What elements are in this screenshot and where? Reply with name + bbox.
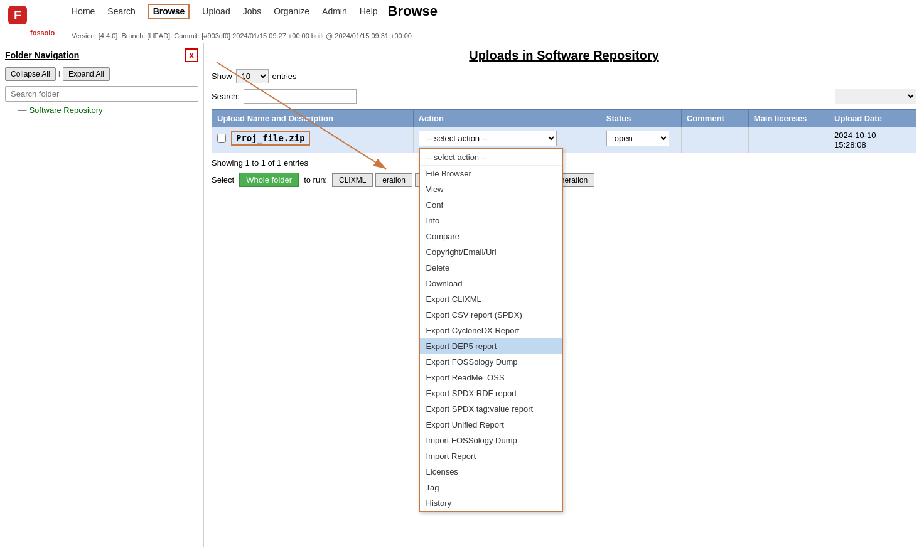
dropdown-item-licenses[interactable]: Licenses: [420, 464, 562, 480]
fossology-logo: F fossology: [5, 3, 55, 40]
dropdown-item-info[interactable]: Info: [420, 213, 562, 229]
action-dropdown-wrapper: -- select action -- -- select action -- …: [419, 131, 596, 146]
content-area: Uploads in Software Repository Show 10 2…: [204, 43, 924, 547]
dropdown-item-compare[interactable]: Compare: [420, 229, 562, 244]
dropdown-item-view[interactable]: View: [420, 181, 562, 197]
entries-label: entries: [272, 72, 297, 81]
collapse-all-button[interactable]: Collapse All: [5, 67, 56, 81]
main-layout: Folder Navigation X Collapse All I Expan…: [0, 43, 924, 547]
select-label: Select: [212, 175, 234, 185]
expand-all-button[interactable]: Expand All: [63, 67, 110, 81]
sidebar-buttons: Collapse All I Expand All: [5, 67, 198, 81]
dropdown-item-export-dep5[interactable]: Export DEP5 report: [420, 338, 562, 354]
action-dropdown-menu[interactable]: -- select action -- File Browser View Co…: [419, 148, 563, 512]
dropdown-item-export-spdx-rdf[interactable]: Export SPDX RDF report: [420, 385, 562, 401]
dropdown-item-import-fossology[interactable]: Import FOSSology Dump: [420, 433, 562, 448]
col-licenses: Main licenses: [748, 110, 829, 127]
dropdown-item-export-unified[interactable]: Export Unified Report: [420, 417, 562, 433]
nav-home[interactable]: Home: [72, 6, 95, 16]
run-eration-btn[interactable]: eration: [375, 173, 412, 187]
entries-select[interactable]: 10 25 50 100: [236, 69, 269, 83]
version-info: Version: [4.4.0]. Branch: [HEAD]. Commit…: [72, 32, 412, 40]
dropdown-item-history[interactable]: History: [420, 495, 562, 511]
dropdown-item-import-report[interactable]: Import Report: [420, 448, 562, 464]
search-label: Search:: [212, 92, 240, 101]
dropdown-item-copyright[interactable]: Copyright/Email/Url: [420, 244, 562, 260]
folder-nav-title: Folder Navigation: [5, 50, 79, 60]
licenses-cell: [748, 127, 829, 153]
status-cell: open: [601, 127, 681, 153]
dropdown-item-conf[interactable]: Conf: [420, 197, 562, 213]
dropdown-item-export-readme[interactable]: Export ReadMe_OSS: [420, 370, 562, 385]
showing-entries-text: Showing 1 to 1 of 1 entries: [212, 158, 916, 168]
search-row: Search:: [212, 89, 916, 104]
show-entries-row: Show 10 25 50 100 entries: [212, 69, 916, 83]
col-upload-name: Upload Name and Description: [212, 110, 414, 127]
select-row: Select Whole folder to run: CLIXML erati…: [212, 173, 916, 187]
dropdown-item-export-cyclone[interactable]: Export CycloneDX Report: [420, 323, 562, 338]
dropdown-header-item: -- select action --: [420, 149, 562, 166]
col-date: Upload Date: [829, 110, 916, 127]
dropdown-item-delete[interactable]: Delete: [420, 260, 562, 276]
nav-search[interactable]: Search: [107, 6, 135, 16]
search-input[interactable]: [244, 89, 357, 104]
browse-title-area: Home Search Browse Upload Jobs Organize …: [72, 3, 438, 19]
content-title: Uploads in Software Repository: [212, 48, 916, 63]
nav-help[interactable]: Help: [360, 6, 378, 16]
close-button[interactable]: X: [185, 48, 198, 62]
upload-name-cell: Proj_file.zip: [212, 127, 414, 153]
table-header-row: Upload Name and Description Action Statu…: [212, 110, 916, 127]
dropdown-item-export-clixml[interactable]: Export CLIXML: [420, 291, 562, 307]
logo-area: F fossology: [5, 3, 55, 40]
upload-checkbox[interactable]: [217, 134, 226, 143]
to-run-label: to run:: [304, 175, 327, 185]
col-comment: Comment: [681, 110, 748, 127]
svg-text:fossology: fossology: [30, 29, 55, 36]
run-clixml-btn[interactable]: CLIXML: [332, 173, 373, 187]
comment-cell: [681, 127, 748, 153]
sidebar-separator: I: [58, 70, 60, 78]
whole-folder-button[interactable]: Whole folder: [239, 173, 299, 187]
nav-links: Home Search Browse Upload Jobs Organize …: [72, 3, 438, 40]
nav-upload[interactable]: Upload: [202, 6, 230, 16]
nav-organize[interactable]: Organize: [274, 6, 309, 16]
dropdown-item-export-fossology[interactable]: Export FOSSology Dump: [420, 354, 562, 370]
action-select-top[interactable]: [835, 89, 916, 104]
show-label: Show: [212, 72, 232, 81]
date-cell: 2024-10-1015:28:08: [829, 127, 916, 153]
action-dropdown[interactable]: -- select action --: [419, 131, 557, 146]
nav-browse[interactable]: Browse: [148, 4, 190, 19]
nav-jobs[interactable]: Jobs: [243, 6, 262, 16]
status-dropdown[interactable]: open: [606, 131, 669, 146]
nav-admin[interactable]: Admin: [322, 6, 347, 16]
svg-text:F: F: [14, 8, 21, 22]
upload-filename: Proj_file.zip: [231, 131, 310, 146]
dropdown-item-export-spdx-tag[interactable]: Export SPDX tag:value report: [420, 401, 562, 417]
sidebar: Folder Navigation X Collapse All I Expan…: [0, 43, 204, 547]
dropdown-item-export-csv[interactable]: Export CSV report (SPDX): [420, 307, 562, 323]
action-cell: -- select action -- -- select action -- …: [413, 127, 601, 153]
dropdown-item-file-browser[interactable]: File Browser: [420, 166, 562, 181]
uploads-table: Upload Name and Description Action Statu…: [212, 109, 916, 153]
col-status: Status: [601, 110, 681, 127]
col-action: Action: [413, 110, 601, 127]
nav-top: Home Search Browse Upload Jobs Organize …: [72, 4, 378, 19]
table-row: Proj_file.zip -- select action -- -- sel…: [212, 127, 916, 153]
page-browse-title: Browse: [388, 3, 438, 19]
search-folder-input[interactable]: [5, 86, 198, 102]
header: F fossology Home Search Browse Upload Jo…: [0, 0, 924, 43]
dropdown-item-tag[interactable]: Tag: [420, 480, 562, 495]
folder-nav-header: Folder Navigation X: [5, 48, 198, 62]
dropdown-item-download[interactable]: Download: [420, 276, 562, 291]
folder-tree-software-repo[interactable]: Software Repository: [5, 105, 198, 115]
